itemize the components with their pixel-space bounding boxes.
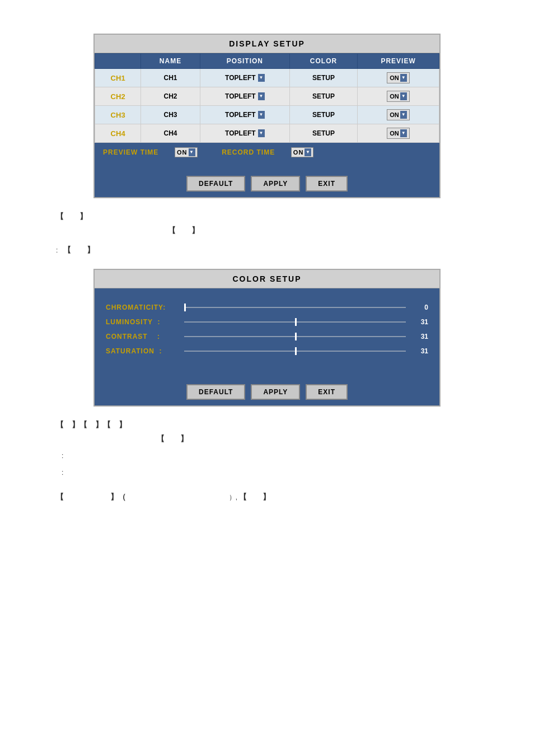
preview-time-label: PREVIEW TIME [103,148,158,156]
color-setup-panel: COLOR SETUP CHROMATICITY: 0 LUMINOSITY :… [93,269,441,407]
col-header-empty [95,54,141,69]
display-setup-title: DISPLAY SETUP [95,35,439,53]
ch4-name: CH4 [141,124,200,143]
luminosity-row: LUMINOSITY : 31 [106,318,428,326]
saturation-handle [295,347,297,355]
saturation-slider[interactable] [184,349,406,353]
color-setup-title: COLOR SETUP [95,270,439,288]
desc2-line1: 【 】【 】【 】 [56,418,478,432]
display-exit-button[interactable]: EXIT [306,176,348,192]
saturation-value: 31 [411,347,428,355]
desc-section-2: 【 】【 】【 】 【 】 : : 【 】（ ）, 【 】 [56,418,478,505]
ch3-preview-dropdown[interactable]: ON ▼ [387,109,410,120]
contrast-slider[interactable] [184,334,406,339]
ch4-label: CH4 [111,129,125,138]
table-row: CH4 CH4 TOPLEFT ▼ SETUP ON ▼ [95,124,439,143]
luminosity-handle [295,318,297,326]
ch3-label: CH3 [111,111,125,119]
ch2-name: CH2 [141,87,200,106]
ch2-color: SETUP [289,87,357,106]
ch2-position: TOPLEFT ▼ [200,87,289,106]
saturation-row: SATURATION : 31 [106,347,428,355]
desc2-line2: 【 】 [157,432,478,446]
desc2-line3: 【 】（ ）, 【 】 [56,490,478,504]
chromaticity-slider[interactable] [184,305,406,310]
display-apply-button[interactable]: APPLY [251,176,300,192]
chromaticity-handle [184,304,186,311]
chromaticity-label: CHROMATICITY: [106,304,179,311]
ch2-preview-dropdown[interactable]: ON ▼ [387,91,410,102]
spacer-row [95,162,439,170]
contrast-label: CONTRAST : [106,333,179,340]
ch2-position-arrow[interactable]: ▼ [258,92,265,100]
contrast-value: 31 [411,333,428,340]
ch1-preview: ON ▼ [358,69,439,87]
chromaticity-track [184,307,406,308]
desc1-line2: 【 】 [168,223,478,237]
desc2-colon2: : [62,467,478,479]
saturation-label: SATURATION : [106,347,179,355]
ch1-position: TOPLEFT ▼ [200,69,289,87]
ch1-name: CH1 [141,69,200,87]
ch3-preview: ON ▼ [358,106,439,124]
ch3-position: TOPLEFT ▼ [200,106,289,124]
ch1-preview-dropdown[interactable]: ON ▼ [387,72,410,83]
col-header-position: POSITION [200,54,289,69]
col-header-color: COLOR [289,54,357,69]
ch4-preview-dropdown[interactable]: ON ▼ [387,128,410,139]
col-header-name: NAME [141,54,200,69]
desc1-line1: 【 】 [56,209,478,223]
table-row: CH3 CH3 TOPLEFT ▼ SETUP ON ▼ [95,106,439,124]
color-setup-inner: CHROMATICITY: 0 LUMINOSITY : 31 CONTRAST [95,288,439,379]
desc-section-1: 【 】 【 】 : 【 】 [56,209,478,258]
preview-time-dropdown[interactable]: ON ▼ [175,147,198,157]
ch4-position: TOPLEFT ▼ [200,124,289,143]
ch3-color: SETUP [289,106,357,124]
ch4-color: SETUP [289,124,357,143]
display-table: NAME POSITION COLOR PREVIEW CH1 CH1 TOPL… [95,53,439,143]
col-header-preview: PREVIEW [358,54,439,69]
ch3-name: CH3 [141,106,200,124]
chromaticity-row: CHROMATICITY: 0 [106,304,428,311]
ch1-label: CH1 [111,74,125,82]
luminosity-label: LUMINOSITY : [106,318,179,326]
ch1-position-arrow[interactable]: ▼ [258,74,265,82]
ch4-preview: ON ▼ [358,124,439,143]
ch3-position-arrow[interactable]: ▼ [258,111,265,119]
color-spacer [106,362,428,370]
luminosity-slider[interactable] [184,320,406,324]
record-time-label: RECORD TIME [222,148,275,156]
ch2-preview: ON ▼ [358,87,439,106]
record-time-dropdown[interactable]: ON ▼ [291,147,314,157]
preview-record-row: PREVIEW TIME ON ▼ RECORD TIME ON ▼ [95,143,439,162]
table-row: CH1 CH1 TOPLEFT ▼ SETUP ON ▼ [95,69,439,87]
display-action-buttons: DEFAULT APPLY EXIT [95,170,439,197]
color-action-buttons: DEFAULT APPLY EXIT [95,379,439,405]
ch4-position-arrow[interactable]: ▼ [258,129,265,137]
ch1-color: SETUP [289,69,357,87]
desc2-colon1: : [62,450,478,463]
chromaticity-value: 0 [411,304,428,311]
ch2-label: CH2 [111,92,125,101]
display-default-button[interactable]: DEFAULT [186,176,245,192]
luminosity-value: 31 [411,318,428,326]
contrast-row: CONTRAST : 31 [106,333,428,340]
color-apply-button[interactable]: APPLY [251,384,300,400]
table-row: CH2 CH2 TOPLEFT ▼ SETUP ON ▼ [95,87,439,106]
color-exit-button[interactable]: EXIT [306,384,348,400]
display-setup-panel: DISPLAY SETUP NAME POSITION COLOR PREVIE… [93,34,441,198]
desc1-line3: : 【 】 [56,243,478,257]
contrast-handle [295,333,297,340]
color-default-button[interactable]: DEFAULT [186,384,245,400]
